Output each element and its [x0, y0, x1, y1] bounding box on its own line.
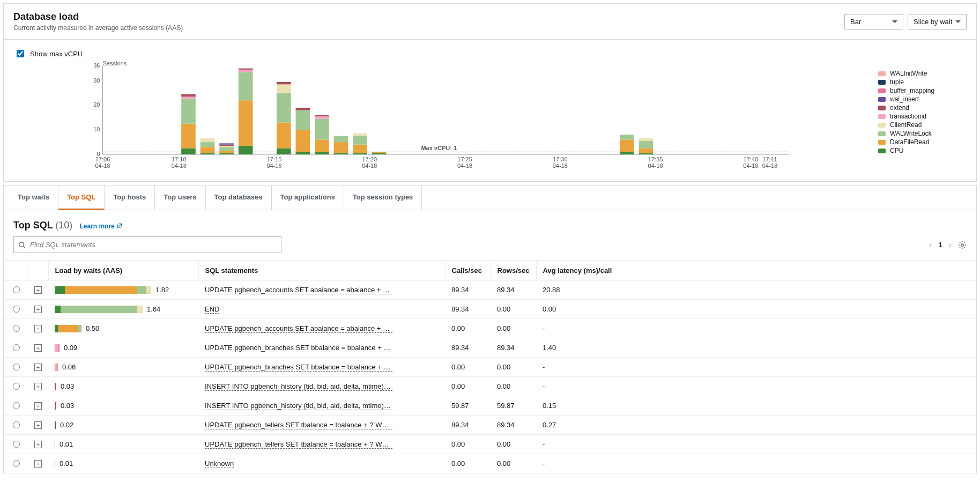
- calls-cell: 89.34: [445, 338, 491, 358]
- sql-statement-link[interactable]: INSERT INTO pgbench_history (tid, bid, a…: [205, 402, 392, 410]
- svg-rect-25: [239, 146, 253, 154]
- row-select-radio[interactable]: [13, 460, 20, 467]
- row-select-radio[interactable]: [13, 344, 20, 351]
- expand-row-button[interactable]: +: [34, 383, 42, 390]
- load-value: 0.02: [60, 421, 73, 429]
- sql-statement-link[interactable]: UPDATE pgbench_accounts SET abalance = a…: [205, 286, 392, 294]
- calls-cell: 59.87: [445, 396, 491, 416]
- load-bar-segment: [55, 402, 56, 410]
- svg-rect-19: [219, 153, 234, 154]
- latency-cell: -: [536, 319, 976, 338]
- row-select-radio[interactable]: [13, 364, 20, 370]
- svg-rect-59: [639, 138, 654, 141]
- legend-item[interactable]: CPU: [878, 147, 967, 154]
- sql-statement-link[interactable]: Unknown: [205, 459, 234, 468]
- chart-area: Show max vCPU Sessions010203036Max vCPU:…: [4, 40, 976, 181]
- top-sql-table: Load by waits (AAS) SQL statements Calls…: [4, 261, 976, 473]
- pager-prev-button[interactable]: ‹: [929, 240, 932, 250]
- row-select-radio[interactable]: [13, 402, 20, 409]
- svg-rect-53: [620, 152, 634, 154]
- legend-label: CPU: [890, 147, 903, 154]
- legend-item[interactable]: transactionid: [878, 113, 967, 120]
- show-max-vcpu-checkbox[interactable]: [17, 50, 24, 57]
- col-sql[interactable]: SQL statements: [198, 261, 445, 280]
- sql-statement-link[interactable]: UPDATE pgbench_branches SET bbalance = b…: [205, 363, 392, 372]
- expand-row-button[interactable]: +: [34, 402, 42, 410]
- row-select-radio[interactable]: [13, 325, 20, 332]
- learn-more-link[interactable]: Learn more: [79, 223, 123, 230]
- expand-row-button[interactable]: +: [34, 286, 42, 294]
- chart-type-value: Bar: [850, 18, 861, 26]
- load-bar-segment: [65, 286, 137, 294]
- expand-row-button[interactable]: +: [34, 460, 42, 468]
- svg-rect-34: [277, 82, 291, 85]
- pager-next-button[interactable]: ›: [949, 240, 952, 250]
- svg-rect-30: [277, 149, 291, 154]
- slice-by-select[interactable]: Slice by wait: [908, 14, 967, 29]
- tab-top-applications[interactable]: Top applications: [272, 186, 344, 210]
- row-select-radio[interactable]: [13, 383, 20, 390]
- sql-search-input[interactable]: [29, 240, 277, 249]
- tab-top-session-types[interactable]: Top session types: [344, 186, 422, 210]
- expand-row-button[interactable]: +: [34, 306, 42, 313]
- col-rows[interactable]: Rows/sec: [491, 261, 536, 280]
- svg-rect-29: [239, 69, 253, 70]
- tab-top-databases[interactable]: Top databases: [206, 186, 272, 210]
- svg-rect-22: [219, 146, 234, 147]
- sql-statement-link[interactable]: UPDATE pgbench_branches SET bbalance = b…: [205, 344, 392, 352]
- legend-item[interactable]: WALWriteLock: [878, 130, 967, 137]
- row-select-radio[interactable]: [13, 421, 20, 428]
- svg-rect-35: [296, 152, 310, 154]
- svg-point-78: [19, 242, 24, 247]
- svg-rect-43: [315, 115, 329, 116]
- svg-text:17:20: 17:20: [362, 156, 377, 162]
- legend-item[interactable]: WALInitWrite: [878, 70, 967, 77]
- row-select-radio[interactable]: [13, 441, 20, 448]
- chart-type-select[interactable]: Bar: [844, 14, 903, 29]
- db-load-chart[interactable]: Sessions010203036Max vCPU: 117:0604-1817…: [13, 63, 862, 170]
- expand-row-button[interactable]: +: [34, 421, 42, 429]
- settings-gear-icon[interactable]: [958, 241, 967, 249]
- tab-top-hosts[interactable]: Top hosts: [105, 186, 155, 210]
- svg-text:17:15: 17:15: [267, 156, 282, 162]
- load-bar: 0.01: [55, 459, 192, 468]
- load-bar-segment: [146, 286, 151, 294]
- legend-item[interactable]: wal_insert: [878, 95, 967, 103]
- sql-statement-link[interactable]: END: [205, 305, 219, 314]
- table-row: + 0.06 UPDATE pgbench_branches SET bbala…: [4, 358, 976, 377]
- col-lat[interactable]: Avg latency (ms)/call: [536, 261, 976, 280]
- expand-row-button[interactable]: +: [34, 364, 42, 371]
- svg-text:04-18: 04-18: [457, 162, 472, 169]
- rows-cell: 0.00: [491, 377, 536, 396]
- sql-statement-link[interactable]: INSERT INTO pgbench_history (tid, bid, a…: [205, 382, 392, 391]
- row-select-radio[interactable]: [13, 286, 20, 293]
- show-max-vcpu-toggle[interactable]: Show max vCPU: [14, 48, 967, 59]
- legend-item[interactable]: tuple: [878, 78, 967, 86]
- legend-item[interactable]: buffer_mapping: [878, 87, 967, 94]
- expand-row-button[interactable]: +: [34, 344, 42, 352]
- svg-text:30: 30: [93, 77, 100, 84]
- svg-rect-50: [353, 134, 367, 136]
- legend-item[interactable]: DataFileRead: [878, 138, 967, 146]
- sql-statement-link[interactable]: UPDATE pgbench_accounts SET abalance = a…: [205, 324, 392, 333]
- col-load[interactable]: Load by waits (AAS): [48, 261, 198, 280]
- tab-top-waits[interactable]: Top waits: [9, 186, 58, 210]
- svg-rect-20: [219, 151, 234, 153]
- table-row: + 0.03 INSERT INTO pgbench_history (tid,…: [4, 377, 976, 396]
- tab-top-sql[interactable]: Top SQL: [58, 186, 105, 210]
- sql-statement-link[interactable]: UPDATE pgbench_tellers SET tbalance = tb…: [205, 421, 392, 429]
- expand-row-button[interactable]: +: [34, 325, 42, 332]
- col-calls[interactable]: Calls/sec: [445, 261, 491, 280]
- svg-rect-15: [201, 153, 215, 154]
- legend-label: DataFileRead: [890, 138, 929, 146]
- sql-search-box[interactable]: [13, 236, 281, 253]
- expand-row-button[interactable]: +: [34, 441, 42, 448]
- sql-statement-link[interactable]: UPDATE pgbench_tellers SET tbalance = tb…: [205, 440, 392, 449]
- row-select-radio[interactable]: [13, 306, 20, 313]
- legend-item[interactable]: extend: [878, 104, 967, 112]
- load-bar: 0.06: [55, 363, 192, 371]
- svg-rect-24: [219, 143, 234, 144]
- tab-top-users[interactable]: Top users: [155, 186, 205, 210]
- learn-more-label: Learn more: [79, 223, 114, 230]
- legend-item[interactable]: ClientRead: [878, 121, 967, 129]
